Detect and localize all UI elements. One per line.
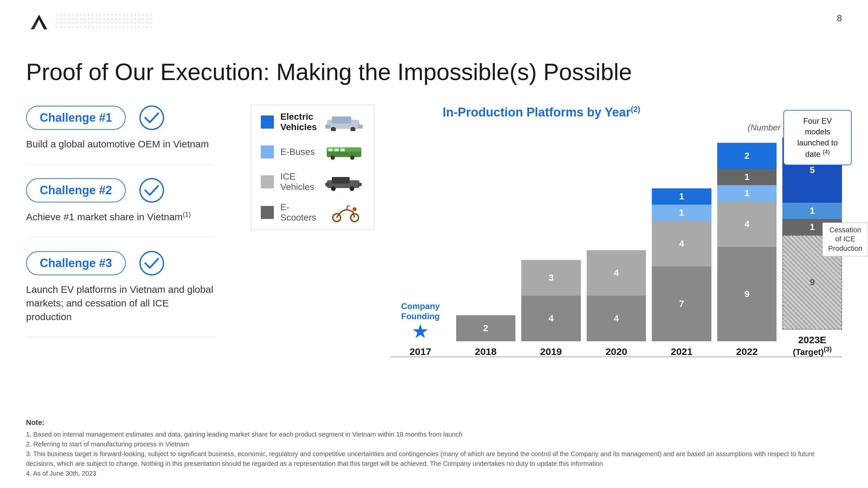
callout-bubble: Four EV modelslaunched to date (4) bbox=[783, 110, 852, 165]
note-4: 4. As of June 30th, 2023 bbox=[26, 468, 842, 478]
bar-year-2020: 2020 bbox=[606, 346, 627, 357]
svg-rect-8 bbox=[358, 125, 363, 129]
notes-section: Note: 1. Based on internal management es… bbox=[26, 418, 842, 478]
svg-rect-7 bbox=[325, 125, 330, 129]
cessation-label: Cessationof ICEProduction bbox=[823, 223, 868, 256]
bar-year-2018: 2018 bbox=[475, 346, 497, 357]
bar-year-2021: 2021 bbox=[671, 346, 692, 357]
legend-label-ev: Electric Vehicles bbox=[280, 111, 319, 132]
legend-color-ice bbox=[261, 175, 274, 188]
bar-seg-ev-2022: 2 bbox=[717, 143, 777, 169]
legend-label-ice: ICE Vehicles bbox=[280, 171, 319, 192]
svg-point-24 bbox=[352, 207, 356, 211]
bar-group-2022: 9 4 1 1 2 bbox=[717, 152, 777, 357]
svg-rect-13 bbox=[340, 148, 345, 151]
page-number: 8 bbox=[837, 13, 842, 24]
legend-image-bus bbox=[325, 142, 364, 162]
bar-seg-ice2-2021: 4 bbox=[652, 221, 711, 266]
bar-group-2019: 4 3 2019 bbox=[521, 152, 581, 357]
founding-label: CompanyFounding bbox=[401, 301, 439, 321]
svg-rect-21 bbox=[358, 183, 362, 186]
legend-color-bus bbox=[261, 145, 274, 158]
svg-rect-17 bbox=[332, 177, 350, 184]
bar-seg-ice-2018: 2 bbox=[456, 315, 516, 341]
bar-seg-ice-2019-2: 3 bbox=[521, 260, 581, 296]
legend-ice: ICE Vehicles bbox=[261, 171, 364, 192]
svg-rect-20 bbox=[325, 183, 329, 186]
bar-seg-ice-2020-1: 4 bbox=[587, 296, 646, 341]
bar-year-2023: 2023E(Target)(3) bbox=[793, 334, 832, 357]
note-1: 1. Based on internal management estimate… bbox=[26, 429, 842, 439]
legend-image-ice bbox=[325, 172, 364, 192]
svg-rect-4 bbox=[332, 117, 351, 124]
bar-stack-2022: 9 4 1 1 2 bbox=[717, 143, 777, 341]
bar-year-2019: 2019 bbox=[540, 346, 562, 357]
logo bbox=[26, 13, 52, 34]
bar-year-2022: 2022 bbox=[736, 346, 758, 357]
bar-seg-ev-2021: 1 bbox=[652, 188, 711, 205]
note-2: 2. Referring to start of manufacturing p… bbox=[26, 439, 842, 449]
legend-ev: Electric Vehicles bbox=[261, 111, 364, 132]
bar-stack-2018: 2 bbox=[456, 315, 516, 341]
check-icon-3 bbox=[139, 250, 165, 276]
page-title: Proof of Our Execution: Making the Impos… bbox=[26, 59, 842, 85]
svg-rect-11 bbox=[328, 148, 333, 151]
svg-point-1 bbox=[140, 178, 163, 202]
challenge-3-badge: Challenge #3 bbox=[26, 251, 126, 275]
bar-seg-ice-2021: 7 bbox=[652, 266, 711, 341]
bar-seg-bus-2023: 1 bbox=[782, 203, 842, 219]
bar-year-2017: 2017 bbox=[410, 346, 431, 357]
svg-point-14 bbox=[331, 156, 335, 160]
challenge-1-badge: Challenge #1 bbox=[26, 106, 126, 130]
svg-point-0 bbox=[140, 106, 163, 129]
bar-stack-2021: 7 4 1 1 bbox=[652, 188, 711, 341]
challenge-2-desc: Achieve #1 market share in Vietnam(1) bbox=[26, 210, 215, 224]
svg-point-18 bbox=[331, 187, 336, 191]
bar-seg-bus-2022: 1 bbox=[717, 185, 777, 201]
challenge-2: Challenge #2 Achieve #1 market share in … bbox=[26, 164, 215, 237]
legend-label-bus: E-Buses bbox=[280, 147, 315, 157]
legend-image-scooter bbox=[329, 203, 364, 222]
svg-point-15 bbox=[350, 156, 354, 160]
challenges-section: Challenge #1 Build a global automotive O… bbox=[26, 105, 215, 463]
challenge-2-badge: Challenge #2 bbox=[26, 178, 126, 202]
check-icon-1 bbox=[139, 105, 165, 131]
page: 8 Proof of Our Execution: Making the Imp… bbox=[0, 0, 868, 488]
bar-seg-ice-2020-2: 4 bbox=[587, 250, 646, 296]
bar-group-2023: Four EV modelslaunched to date (4) Cessa… bbox=[782, 152, 842, 357]
challenge-3-desc: Launch EV platforms in Vietnam and globa… bbox=[26, 283, 215, 324]
legend-label-scooter: E-Scooters bbox=[280, 202, 322, 223]
bar-group-2021: 7 4 1 1 2021 bbox=[652, 152, 711, 357]
bar-seg-ice-2019-1: 4 bbox=[521, 296, 581, 341]
svg-rect-12 bbox=[334, 148, 339, 151]
legend-color-ev bbox=[261, 116, 274, 129]
bar-stack-2019: 4 3 bbox=[521, 260, 581, 341]
content-area: Challenge #1 Build a global automotive O… bbox=[26, 105, 842, 463]
chart-section: In-Production Platforms by Year(2) (Numb… bbox=[241, 105, 842, 463]
bar-seg-bus-2021: 1 bbox=[652, 205, 711, 221]
challenge-3: Challenge #3 Launch EV platforms in Viet… bbox=[26, 237, 215, 337]
bar-group-2018: 2 2018 bbox=[456, 152, 516, 357]
bar-seg-ice-2022: 9 bbox=[717, 247, 777, 341]
notes-title: Note: bbox=[26, 418, 842, 427]
founding-marker: CompanyFounding ★ bbox=[401, 301, 439, 341]
bar-stack-2020: 4 4 bbox=[587, 250, 646, 341]
bar-group-2017: CompanyFounding ★ 2017 bbox=[391, 152, 450, 357]
challenge-1-desc: Build a global automotive OEM in Vietnam bbox=[26, 137, 215, 151]
legend-scooter: E-Scooters bbox=[261, 202, 364, 223]
legend-box: Electric Vehicles E-Bu bbox=[251, 105, 374, 230]
legend-color-scooter bbox=[261, 206, 274, 219]
check-icon-2 bbox=[139, 177, 165, 203]
challenge-1: Challenge #1 Build a global automotive O… bbox=[26, 105, 215, 164]
legend-bus: E-Buses bbox=[261, 142, 364, 162]
bar-group-2020: 4 4 2020 bbox=[587, 152, 646, 357]
bar-seg-ice2-2022: 4 bbox=[717, 201, 777, 247]
bar-seg-scooter-2022: 1 bbox=[717, 169, 777, 185]
decorative-dots bbox=[55, 13, 153, 29]
legend-image-ev bbox=[325, 112, 364, 132]
bar-chart: CompanyFounding ★ 2017 2 2018 bbox=[391, 139, 842, 383]
svg-point-19 bbox=[350, 187, 354, 191]
svg-point-2 bbox=[140, 252, 163, 275]
founding-star: ★ bbox=[411, 322, 429, 341]
note-3: 3. This business target is forward-looki… bbox=[26, 449, 842, 468]
